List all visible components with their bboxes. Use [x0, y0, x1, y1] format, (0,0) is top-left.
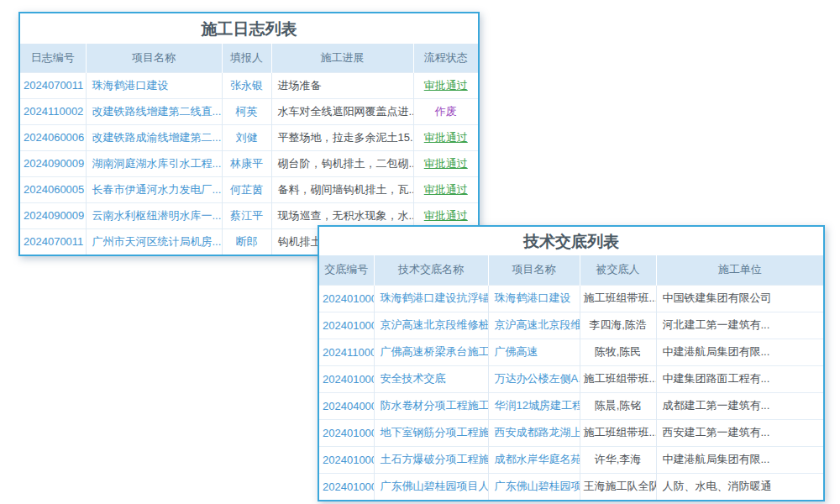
table-row: 2024110002 改建铁路线增建第二线直... 柯英 水车对全线遮阳网覆盖点…	[20, 98, 478, 124]
table-row: 2024010003 珠海鹤港口建设抗浮锚杆... 珠海鹤港口建设 施工班组带班…	[319, 285, 823, 312]
disclosure-project-link[interactable]: 京沪高速北京段维修	[495, 318, 580, 331]
disclosure-name-link[interactable]: 珠海鹤港口建设抗浮锚杆...	[381, 291, 489, 304]
construction-log-panel: 施工日志列表 日志编号 项目名称 填报人 施工进展 流程状态 202407001…	[18, 12, 480, 256]
table-row: 2024010002 地下室钢筋分项工程施工... 西安成都路龙湖上... 施工…	[319, 419, 823, 446]
log-project-cell: 云南水利枢纽潜明水库一...	[86, 202, 222, 228]
log-id-cell: 2024110002	[20, 98, 86, 124]
table-row: 2024010004 京沪高速北京段维修桩帽... 京沪高速北京段维修 李四海,…	[319, 312, 823, 339]
status-badge[interactable]: 审批通过	[424, 79, 468, 92]
disclosure-unit-cell: 河北建工第一建筑有...	[656, 312, 823, 339]
log-column-header-id: 日志编号	[20, 44, 86, 72]
status-badge[interactable]: 审批通过	[424, 131, 468, 144]
log-project-cell: 湖南洞庭湖水库引水工程...	[86, 150, 222, 176]
table-row: 2024090009 湖南洞庭湖水库引水工程... 林康平 砌台阶，钩机排土，二…	[20, 150, 478, 176]
disclosure-project-link[interactable]: 成都水岸华庭名苑...	[495, 453, 580, 465]
log-id-link[interactable]: 2024070011	[24, 79, 83, 92]
log-project-link[interactable]: 广州市天河区统计局机房...	[92, 235, 222, 248]
log-reporter-cell: 蔡江平	[222, 202, 271, 228]
disclosure-id-cell: 2024010004	[319, 312, 374, 339]
log-reporter-link[interactable]: 蔡江平	[230, 209, 263, 222]
disclosure-project-cell: 华润12城房建工程...	[488, 392, 580, 419]
log-project-cell: 改建铁路成渝线增建第二...	[86, 124, 222, 150]
table-row: 2024060005 长春市伊通河水力发电厂... 何芷茵 备料，砌间墙钩机排土…	[20, 176, 478, 202]
disclosure-id-link[interactable]: 2024010002	[323, 427, 374, 439]
disclosure-recipient-cell: 王海施工队全队	[580, 473, 656, 500]
disclosure-id-link[interactable]: 2024010002	[323, 454, 374, 466]
log-reporter-link[interactable]: 林康平	[230, 157, 263, 170]
disclosure-id-cell: 2024040001	[319, 392, 374, 419]
log-reporter-cell: 林康平	[222, 150, 271, 176]
disclosure-column-header-name: 技术交底名称	[374, 255, 488, 285]
log-project-link[interactable]: 改建铁路成渝线增建第二...	[92, 131, 222, 144]
disclosure-id-link[interactable]: 2024010004	[323, 319, 374, 332]
disclosure-project-link[interactable]: 广东佛山碧桂园项目	[495, 480, 580, 492]
log-id-cell: 2024060006	[20, 124, 86, 150]
disclosure-project-link[interactable]: 广佛高速	[495, 345, 538, 358]
table-row: 2024010003 安全技术交底 万达办公楼左侧A... 施工班组带班... …	[319, 365, 823, 392]
log-progress-cell: 砌台阶，钩机排土，二包砌...	[271, 150, 413, 176]
log-id-link[interactable]: 2024110002	[24, 105, 83, 118]
disclosure-project-cell: 西安成都路龙湖上...	[488, 419, 580, 446]
disclosure-recipient-cell: 陈晨,陈铭	[580, 392, 656, 419]
construction-log-title: 施工日志列表	[20, 13, 478, 44]
log-id-link[interactable]: 2024090009	[24, 209, 84, 222]
log-reporter-link[interactable]: 刘健	[236, 131, 258, 144]
disclosure-name-link[interactable]: 广佛高速桥梁承台施工技...	[381, 345, 489, 358]
construction-log-table: 日志编号 项目名称 填报人 施工进展 流程状态 2024070011 珠海鹤港口…	[20, 44, 478, 255]
table-row: 2024010001 广东佛山碧桂园项目人防... 广东佛山碧桂园项目 王海施工…	[319, 473, 823, 500]
log-reporter-link[interactable]: 柯英	[236, 105, 258, 118]
disclosure-project-link[interactable]: 万达办公楼左侧A...	[495, 372, 580, 385]
disclosure-project-link[interactable]: 华润12城房建工程...	[495, 399, 580, 412]
disclosure-project-cell: 珠海鹤港口建设	[488, 285, 580, 312]
disclosure-id-cell: 2024010003	[319, 365, 374, 392]
disclosure-name-cell: 珠海鹤港口建设抗浮锚杆...	[374, 285, 488, 312]
disclosure-unit-cell: 人防、水电、消防暖通	[656, 473, 823, 500]
log-reporter-link[interactable]: 何芷茵	[230, 183, 263, 196]
status-badge[interactable]: 作废	[435, 105, 457, 118]
log-project-link[interactable]: 改建铁路线增建第二线直...	[92, 105, 222, 118]
disclosure-id-link[interactable]: 2024040001	[323, 400, 374, 412]
status-badge[interactable]: 审批通过	[424, 183, 468, 196]
disclosure-id-cell: 2024010003	[319, 285, 374, 312]
disclosure-name-link[interactable]: 安全技术交底	[381, 372, 446, 385]
log-project-link[interactable]: 珠海鹤港口建设	[92, 79, 169, 92]
disclosure-id-link[interactable]: 2024010003	[323, 292, 374, 305]
log-reporter-link[interactable]: 张永银	[230, 79, 263, 92]
log-id-link[interactable]: 2024060005	[24, 183, 84, 196]
log-id-cell: 2024090009	[20, 202, 86, 228]
disclosure-recipient-cell: 施工班组带班...	[580, 419, 656, 446]
log-progress-cell: 进场准备	[271, 72, 413, 98]
log-id-cell: 2024060005	[20, 176, 86, 202]
disclosure-name-link[interactable]: 广东佛山碧桂园项目人防...	[381, 480, 489, 492]
disclosure-name-link[interactable]: 京沪高速北京段维修桩帽...	[381, 318, 489, 331]
status-badge[interactable]: 审批通过	[424, 209, 468, 222]
disclosure-name-link[interactable]: 土石方爆破分项工程施工...	[381, 453, 489, 465]
log-reporter-cell: 断郎	[222, 228, 271, 255]
disclosure-id-link[interactable]: 2024010001	[323, 480, 374, 493]
log-id-cell: 2024090009	[20, 150, 86, 176]
log-project-link[interactable]: 长春市伊通河水力发电厂...	[92, 183, 222, 196]
log-project-link[interactable]: 云南水利枢纽潜明水库一...	[92, 209, 222, 222]
log-column-header-project: 项目名称	[86, 44, 222, 72]
log-reporter-link[interactable]: 断郎	[236, 235, 258, 248]
disclosure-id-link[interactable]: 2024010003	[323, 373, 374, 386]
log-project-cell: 改建铁路线增建第二线直...	[86, 98, 222, 124]
log-id-link[interactable]: 2024090009	[24, 157, 84, 170]
disclosure-name-cell: 防水卷材分项工程施工技...	[374, 392, 488, 419]
log-project-link[interactable]: 湖南洞庭湖水库引水工程...	[92, 157, 222, 170]
disclosure-name-link[interactable]: 地下室钢筋分项工程施工...	[381, 426, 489, 438]
log-header-row: 日志编号 项目名称 填报人 施工进展 流程状态	[20, 44, 478, 72]
status-badge[interactable]: 审批通过	[424, 157, 468, 170]
log-id-cell: 2024070011	[20, 228, 86, 255]
disclosure-name-link[interactable]: 防水卷材分项工程施工技...	[381, 399, 489, 412]
disclosure-project-cell: 成都水岸华庭名苑...	[488, 446, 580, 473]
disclosure-project-link[interactable]: 珠海鹤港口建设	[495, 291, 571, 304]
disclosure-project-link[interactable]: 西安成都路龙湖上...	[495, 426, 580, 438]
log-id-link[interactable]: 2024060006	[24, 131, 84, 144]
log-id-link[interactable]: 2024070011	[24, 235, 83, 248]
log-progress-cell: 备料，砌间墙钩机排土，瓦...	[271, 176, 413, 202]
disclosure-id-cell: 2024010001	[319, 473, 374, 500]
log-progress-cell: 水车对全线遮阳网覆盖点进...	[271, 98, 413, 124]
disclosure-id-link[interactable]: 2024110001	[323, 346, 374, 359]
disclosure-unit-cell: 中建港航局集团有限...	[656, 339, 823, 365]
